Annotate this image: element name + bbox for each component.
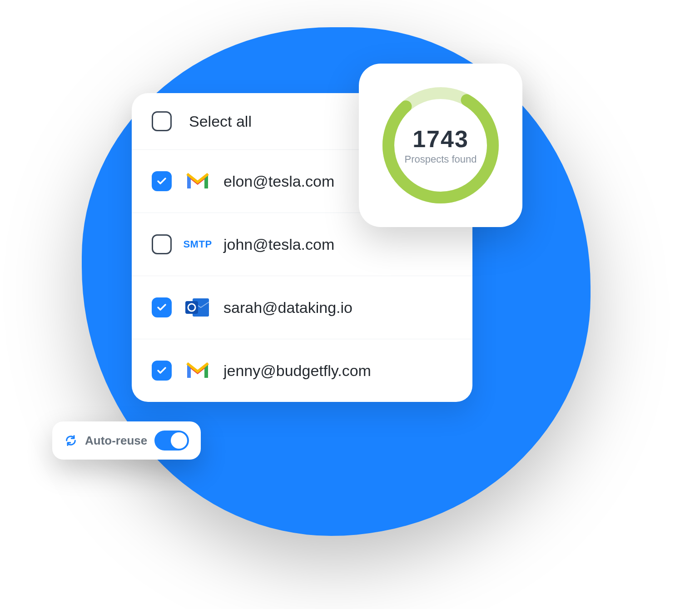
outlook-icon bbox=[184, 294, 211, 321]
row-checkbox[interactable] bbox=[152, 297, 172, 317]
gmail-icon bbox=[184, 357, 211, 384]
email-address: john@tesla.com bbox=[223, 236, 334, 253]
email-address: elon@tesla.com bbox=[223, 173, 334, 190]
select-all-checkbox[interactable] bbox=[152, 111, 172, 131]
check-icon bbox=[156, 176, 167, 187]
prospects-label: Prospects found bbox=[405, 153, 477, 165]
auto-reuse-label: Auto-reuse bbox=[85, 434, 147, 448]
auto-reuse-toggle[interactable] bbox=[154, 431, 189, 451]
check-icon bbox=[156, 365, 167, 376]
row-checkbox[interactable] bbox=[152, 234, 172, 254]
row-checkbox[interactable] bbox=[152, 361, 172, 381]
prospects-count: 1743 bbox=[405, 125, 477, 153]
list-item[interactable]: jenny@budgetfly.com bbox=[132, 339, 472, 402]
row-checkbox[interactable] bbox=[152, 171, 172, 191]
toggle-knob bbox=[171, 432, 187, 449]
refresh-icon bbox=[64, 434, 78, 447]
prospects-stats-card: 1743 Prospects found bbox=[359, 64, 522, 227]
gmail-icon bbox=[184, 168, 211, 194]
smtp-icon: SMTP bbox=[184, 231, 211, 257]
svg-rect-1 bbox=[185, 301, 198, 314]
check-icon bbox=[156, 302, 167, 313]
email-address: jenny@budgetfly.com bbox=[223, 362, 371, 380]
email-address: sarah@dataking.io bbox=[223, 299, 352, 317]
list-item[interactable]: sarah@dataking.io bbox=[132, 276, 472, 339]
select-all-label: Select all bbox=[189, 113, 252, 130]
auto-reuse-chip: Auto-reuse bbox=[52, 421, 201, 460]
